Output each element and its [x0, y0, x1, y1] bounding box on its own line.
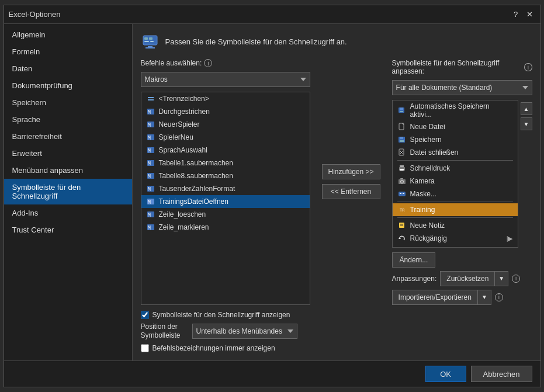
trennzeichen-icon [146, 94, 155, 103]
sidebar-item-erweitert[interactable]: Erweitert [4, 145, 132, 162]
svg-rect-39 [400, 165, 404, 167]
list-item-trennzeichen[interactable]: <Trennzeichen> [141, 92, 310, 105]
commands-checkbox[interactable] [141, 344, 149, 352]
right-item-datei-schliessen[interactable]: Datei schließen [393, 146, 518, 159]
sidebar-item-daten[interactable]: Daten [4, 60, 132, 77]
neue-datei-icon [397, 122, 407, 131]
sidebar-item-speichern[interactable]: Speichern [4, 94, 132, 111]
right-panel-label: Symbolleiste für den Schnellzugriff anpa… [392, 59, 532, 75]
list-item-neuerspieler[interactable]: M NeuerSpieler [141, 118, 310, 131]
sidebar-item-formeln[interactable]: Formeln [4, 43, 132, 60]
right-item-rueckgaengig[interactable]: Rückgängig |▶ [393, 232, 518, 245]
importieren-dropdown-button[interactable]: ▼ [477, 290, 491, 305]
list-item-tabelle1[interactable]: M Tabelle1.saubermachen [141, 157, 310, 169]
svg-rect-7 [148, 97, 154, 98]
right-item-neue-notiz[interactable]: Neue Notiz [393, 219, 518, 232]
neue-notiz-icon [397, 221, 407, 230]
importieren-info-icon[interactable]: i [495, 293, 503, 301]
right-item-wiederholen[interactable]: Wiederholen |▶ [393, 245, 518, 248]
macro-icon-5: M [146, 158, 155, 168]
svg-text:M: M [148, 136, 151, 141]
left-list-box[interactable]: <Trennzeichen> M Durchgestrichen M [141, 92, 310, 305]
remove-button[interactable]: << Entfernen [322, 184, 380, 199]
right-item-neue-datei[interactable]: Neue Datei [393, 120, 518, 133]
right-separator-1 [397, 160, 513, 161]
quickaccess-dropdown[interactable]: Für alle Dokumente (Standard) [392, 80, 532, 95]
svg-text:M: M [148, 200, 151, 205]
list-item-sprachauswahl[interactable]: M SprachAuswahl [141, 144, 310, 157]
svg-rect-45 [400, 193, 401, 194]
right-list-box[interactable]: Automatisches Speichern aktivi... Neue D… [392, 100, 518, 248]
andern-button[interactable]: Ändern... [392, 252, 436, 268]
sidebar: Allgemein Formeln Daten Dokumentprüfung … [4, 24, 133, 360]
kamera-icon [397, 176, 407, 186]
macro-icon-6: M [146, 171, 155, 181]
right-item-maske[interactable]: Maske... [393, 188, 518, 200]
add-button[interactable]: Hinzufügen >> [322, 164, 380, 179]
maske-icon [397, 189, 407, 199]
list-item-zeile-markieren[interactable]: M Zeile_markieren [141, 221, 310, 234]
svg-text:M: M [148, 148, 151, 154]
svg-rect-3 [144, 41, 149, 42]
sidebar-item-schnellzugriff[interactable]: Symbolleiste für den Schnellzugriff [4, 179, 132, 204]
panels-container: Befehle auswählen: i Makros <T [141, 59, 532, 305]
move-up-button[interactable]: ▲ [521, 102, 532, 115]
cancel-button[interactable]: Abbrechen [471, 366, 532, 382]
dialog-footer: OK Abbrechen [4, 360, 540, 387]
main-header: Passen Sie die Symbolleiste für den Schn… [141, 32, 532, 51]
right-item-speichern[interactable]: Speichern [393, 133, 518, 146]
right-dropdown-row: Für alle Dokumente (Standard) [392, 80, 532, 95]
sidebar-item-trust[interactable]: Trust Center [4, 221, 132, 238]
right-item-kamera[interactable]: Kamera [393, 175, 518, 188]
svg-rect-46 [403, 193, 404, 194]
zuruecksetzen-button[interactable]: Zurücksetzen [440, 271, 494, 286]
right-info-icon[interactable]: i [524, 63, 532, 71]
importieren-row: Importieren/Exportieren ▼ i [392, 290, 532, 305]
left-panel: Befehle auswählen: i Makros <T [141, 59, 310, 305]
sidebar-item-addins[interactable]: Add-Ins [4, 204, 132, 221]
svg-rect-34 [400, 140, 404, 142]
right-panel: Symbolleiste für den Schnellzugriff anpa… [392, 59, 532, 305]
close-button[interactable]: ✕ [524, 9, 536, 20]
move-down-button[interactable]: ▼ [521, 117, 532, 130]
title-bar: Excel-Optionen ? ✕ [4, 5, 540, 24]
sidebar-item-sprache[interactable]: Sprache [4, 111, 132, 128]
show-toolbar-checkbox[interactable] [141, 311, 149, 319]
middle-buttons: Hinzufügen >> << Entfernen [317, 59, 385, 305]
anpassungen-label: Anpassungen: [392, 275, 437, 283]
importieren-button[interactable]: Importieren/Exportieren [392, 290, 477, 305]
left-info-icon[interactable]: i [204, 59, 212, 67]
list-item-tausender[interactable]: M TausenderZahlenFormat [141, 182, 310, 195]
list-item-durchgestrichen[interactable]: M Durchgestrichen [141, 105, 310, 118]
sidebar-item-dokumentpruefung[interactable]: Dokumentprüfung [4, 77, 132, 94]
training-icon: TR [397, 205, 407, 214]
list-item-trainings[interactable]: M TrainingsDateiOeffnen [141, 195, 310, 208]
svg-rect-1 [144, 37, 148, 40]
position-dropdown[interactable]: Unterhalb des MenübandesOberhalb des Men… [192, 324, 297, 339]
sidebar-item-barrierefreiheit[interactable]: Barrierefreiheit [4, 128, 132, 145]
macro-icon-7: M [146, 184, 155, 193]
svg-text:M: M [148, 174, 151, 179]
svg-rect-6 [145, 47, 155, 48]
list-item-tabelle8[interactable]: M Tabelle8.saubermachen [141, 169, 310, 182]
up-down-buttons: ▲ ▼ [521, 100, 532, 248]
svg-rect-40 [400, 169, 404, 171]
anpassungen-info-icon[interactable]: i [512, 275, 520, 283]
svg-rect-4 [150, 41, 154, 42]
sidebar-item-menueband[interactable]: Menüband anpassen [4, 162, 132, 179]
commands-dropdown[interactable]: Makros [141, 72, 310, 87]
right-item-training[interactable]: TR Training [393, 203, 518, 216]
show-toolbar-label: Symbolleiste für den Schnellzugriff anze… [153, 311, 290, 319]
position-label: Position der Symbolleiste [141, 322, 188, 341]
right-item-auto-speichern[interactable]: Automatisches Speichern aktivi... [393, 100, 518, 120]
list-item-spielerneu[interactable]: M SpielerNeu [141, 131, 310, 144]
help-button[interactable]: ? [510, 9, 522, 20]
right-item-schnelldruck[interactable]: Schnelldruck [393, 162, 518, 175]
macro-icon-8: M [146, 197, 155, 206]
macro-icon-10: M [146, 223, 155, 232]
ok-button[interactable]: OK [425, 366, 466, 382]
zuruecksetzen-dropdown-button[interactable]: ▼ [494, 271, 508, 286]
list-item-zeile-loeschen[interactable]: M Zeile_loeschen [141, 208, 310, 221]
sidebar-item-allgemein[interactable]: Allgemein [4, 26, 132, 43]
svg-rect-8 [148, 99, 154, 100]
